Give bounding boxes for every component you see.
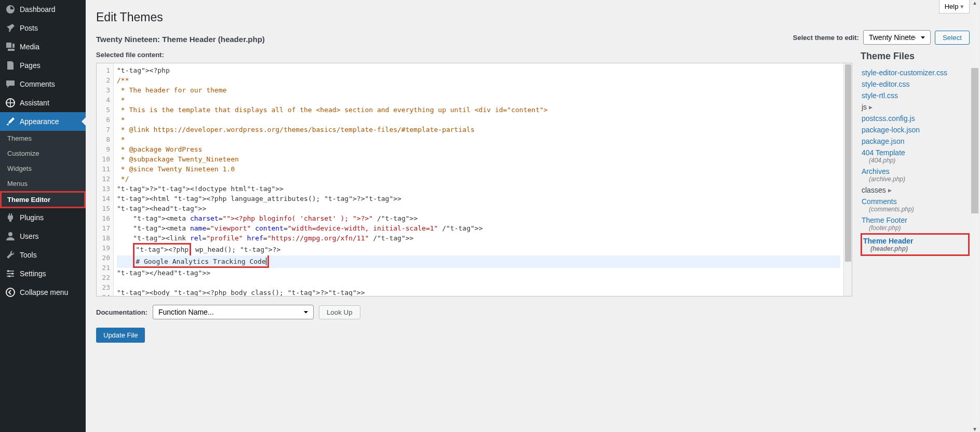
theme-files-heading: Theme Files <box>861 51 970 62</box>
settings-icon <box>5 268 16 279</box>
sidebar-item-plugins[interactable]: Plugins <box>0 208 86 227</box>
function-name-select[interactable]: Function Name... <box>153 305 314 319</box>
scroll-up-icon[interactable]: ▲ <box>972 0 977 6</box>
sidebar-item-label: Tools <box>20 251 37 259</box>
admin-sidebar: Dashboard Posts Media Pages Comments Ass… <box>0 0 86 432</box>
theme-file-item[interactable]: classes <box>861 184 970 196</box>
selected-file-label: Selected file content: <box>96 51 852 59</box>
sidebar-item-media[interactable]: Media <box>0 37 86 56</box>
sidebar-item-label: Comments <box>20 80 55 88</box>
sidebar-item-comments[interactable]: Comments <box>0 75 86 93</box>
scrollbar-thumb[interactable] <box>845 64 851 262</box>
sidebar-item-pages[interactable]: Pages <box>0 56 86 75</box>
theme-file-item[interactable]: Comments(comments.php) <box>861 196 970 214</box>
theme-file-item[interactable]: Theme Header(header.php) <box>861 233 970 256</box>
sidebar-item-label: Users <box>20 232 39 240</box>
submenu-widgets[interactable]: Widgets <box>0 161 86 176</box>
select-button[interactable]: Select <box>935 31 970 45</box>
submenu-themes[interactable]: Themes <box>0 131 86 146</box>
theme-file-item[interactable]: style-editor-customizer.css <box>861 67 970 78</box>
dashboard-icon <box>5 4 16 15</box>
sidebar-item-dashboard[interactable]: Dashboard <box>0 0 86 19</box>
theme-file-item[interactable]: 404 Template(404.php) <box>861 147 970 166</box>
sidebar-item-label: Media <box>20 43 39 51</box>
theme-files-list: style-editor-customizer.cssstyle-editor.… <box>861 67 970 256</box>
brush-icon <box>5 116 16 127</box>
comment-icon <box>5 79 16 89</box>
theme-file-item[interactable]: package.json <box>861 136 970 147</box>
sidebar-item-label: Pages <box>20 61 41 70</box>
user-icon <box>5 231 16 241</box>
sidebar-item-label: Plugins <box>20 213 44 222</box>
documentation-row: Documentation: Function Name... Look Up <box>96 305 852 319</box>
theme-file-item[interactable]: Archives(archive.php) <box>861 166 970 184</box>
sidebar-item-label: Posts <box>20 24 38 32</box>
documentation-label: Documentation: <box>96 308 147 316</box>
svg-point-1 <box>8 232 12 236</box>
page-icon <box>5 60 16 71</box>
code-area[interactable]: "t-tag"><?php/** * The header for our th… <box>114 63 843 296</box>
sidebar-item-appearance[interactable]: Appearance <box>0 112 86 131</box>
theme-file-item[interactable]: Theme Footer(footer.php) <box>861 214 970 233</box>
pin-icon <box>5 23 16 33</box>
help-button[interactable]: Help <box>939 0 970 14</box>
main-content: Help Edit Themes Twenty Nineteen: Theme … <box>86 0 980 432</box>
theme-select-label: Select theme to edit: <box>793 34 859 42</box>
svg-point-5 <box>6 288 15 296</box>
sidebar-item-label: Dashboard <box>20 5 56 14</box>
lookup-button[interactable]: Look Up <box>319 305 360 319</box>
theme-file-item[interactable]: js <box>861 101 970 113</box>
scroll-thumb[interactable] <box>971 68 978 213</box>
theme-file-item[interactable]: postcss.config.js <box>861 113 970 124</box>
theme-files-panel: Theme Files style-editor-customizer.csss… <box>861 51 970 343</box>
page-title: Edit Themes <box>96 10 970 24</box>
svg-point-4 <box>8 275 10 277</box>
media-icon <box>5 42 16 52</box>
scroll-down-icon[interactable]: ▼ <box>972 426 977 432</box>
update-file-button[interactable]: Update File <box>96 328 145 343</box>
sidebar-item-assistant[interactable]: Assistant <box>0 93 86 112</box>
scroll-track[interactable] <box>971 6 978 426</box>
svg-point-2 <box>7 270 9 272</box>
plugin-icon <box>5 212 16 223</box>
page-scrollbar[interactable]: ▲ ▼ <box>971 0 979 432</box>
theme-selector: Select theme to edit: Twenty Nineteen Se… <box>793 30 970 45</box>
sidebar-item-settings[interactable]: Settings <box>0 264 86 283</box>
wrench-icon <box>5 250 16 260</box>
sidebar-item-collapse[interactable]: Collapse menu <box>0 283 86 302</box>
submenu-theme-editor[interactable]: Theme Editor <box>0 191 86 208</box>
appearance-submenu: Themes Customize Widgets Menus Theme Edi… <box>0 131 86 208</box>
sidebar-item-label: Assistant <box>20 99 49 107</box>
globe-icon <box>5 98 16 108</box>
code-gutter: 123456789101112131415161718192021222324 <box>97 63 114 296</box>
theme-file-item[interactable]: style-rtl.css <box>861 90 970 101</box>
theme-select[interactable]: Twenty Nineteen <box>863 30 931 45</box>
submenu-customize[interactable]: Customize <box>0 146 86 161</box>
sidebar-item-tools[interactable]: Tools <box>0 246 86 264</box>
sidebar-item-label: Settings <box>20 269 46 278</box>
code-editor[interactable]: 123456789101112131415161718192021222324 … <box>96 63 852 296</box>
submenu-menus[interactable]: Menus <box>0 176 86 191</box>
editor-scrollbar[interactable] <box>843 63 852 296</box>
sidebar-item-posts[interactable]: Posts <box>0 19 86 37</box>
svg-point-3 <box>11 273 14 275</box>
sidebar-item-users[interactable]: Users <box>0 227 86 246</box>
theme-file-item[interactable]: style-editor.css <box>861 78 970 90</box>
sidebar-item-label: Collapse menu <box>20 288 68 296</box>
sidebar-item-label: Appearance <box>20 117 59 126</box>
theme-file-item[interactable]: package-lock.json <box>861 124 970 136</box>
collapse-icon <box>5 287 16 298</box>
